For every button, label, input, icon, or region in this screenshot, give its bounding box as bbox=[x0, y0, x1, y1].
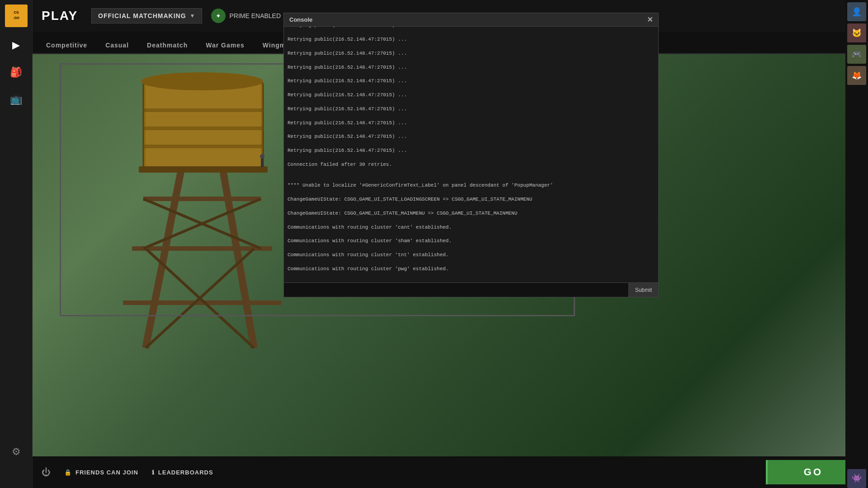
left-sidebar: CS :GO ▶ 🎒 📺 ⚙ bbox=[0, 0, 33, 488]
play-glyph: ▶ bbox=[12, 39, 20, 51]
avatar-5[interactable]: 👾 bbox=[847, 469, 866, 488]
csgo-logo[interactable]: CS :GO bbox=[5, 5, 28, 27]
bottombar: ⏻ 🔒 FRIENDS CAN JOIN ℹ LEADERBOARDS GO bbox=[33, 456, 868, 488]
friends-label: FRIENDS CAN JOIN bbox=[75, 469, 138, 476]
leaderboards-button[interactable]: ℹ LEADERBOARDS bbox=[152, 469, 213, 476]
avatar-1[interactable]: 👤 bbox=[847, 2, 866, 21]
prime-icon: ✦ bbox=[211, 9, 226, 23]
matchmaking-label: OFFICIAL MATCHMAKING bbox=[98, 12, 186, 19]
tab-wargames[interactable]: War Games bbox=[197, 37, 254, 54]
console-titlebar: Console ✕ bbox=[284, 13, 658, 27]
avatar-2[interactable]: 🐱 bbox=[847, 23, 866, 42]
console-title: Console bbox=[289, 16, 312, 23]
page-title: PLAY bbox=[42, 9, 78, 23]
tab-deathmatch[interactable]: Deathmatch bbox=[138, 37, 197, 54]
console-output[interactable]: Failed to communicate with routing clust… bbox=[284, 27, 658, 282]
prime-label: PRIME ENABLED bbox=[229, 12, 281, 19]
avatar-4[interactable]: 🦊 bbox=[847, 66, 866, 85]
main-content: PLAY OFFICIAL MATCHMAKING ▼ ✦ PRIME ENAB… bbox=[33, 0, 868, 488]
svg-rect-0 bbox=[5, 5, 28, 27]
play-sidebar-icon[interactable]: ▶ bbox=[7, 36, 25, 54]
console-input-row: Submit bbox=[284, 282, 658, 297]
settings-sidebar-icon[interactable]: ⚙ bbox=[7, 443, 25, 461]
friends-can-join-button[interactable]: 🔒 FRIENDS CAN JOIN bbox=[64, 469, 138, 476]
right-sidebar: 👤 🐱 🎮 🦊 👾 bbox=[845, 0, 868, 488]
settings-glyph: ⚙ bbox=[12, 446, 21, 458]
inventory-sidebar-icon[interactable]: 🎒 bbox=[7, 63, 25, 81]
prime-badge: ✦ PRIME ENABLED bbox=[211, 9, 281, 23]
watch-glyph: 📺 bbox=[10, 94, 22, 105]
power-icon[interactable]: ⏻ bbox=[42, 467, 51, 478]
avatar-3[interactable]: 🎮 bbox=[847, 45, 866, 64]
console-input[interactable] bbox=[284, 283, 628, 297]
chevron-down-icon: ▼ bbox=[190, 13, 196, 19]
inventory-glyph: 🎒 bbox=[10, 66, 22, 78]
svg-text:CS: CS bbox=[14, 10, 19, 14]
console-close-button[interactable]: ✕ bbox=[647, 15, 653, 24]
leaderboards-label: LEADERBOARDS bbox=[158, 469, 213, 476]
console-submit-button[interactable]: Submit bbox=[628, 283, 658, 297]
svg-text::GO: :GO bbox=[13, 16, 19, 19]
watch-sidebar-icon[interactable]: 📺 bbox=[7, 90, 25, 108]
tab-casual[interactable]: Casual bbox=[96, 37, 138, 54]
matchmaking-dropdown[interactable]: OFFICIAL MATCHMAKING ▼ bbox=[91, 8, 202, 23]
info-icon: ℹ bbox=[152, 469, 155, 476]
console-window: Console ✕ Failed to communicate with rou… bbox=[283, 13, 659, 297]
lock-icon: 🔒 bbox=[64, 469, 72, 476]
tab-competitive[interactable]: Competitive bbox=[37, 37, 96, 54]
